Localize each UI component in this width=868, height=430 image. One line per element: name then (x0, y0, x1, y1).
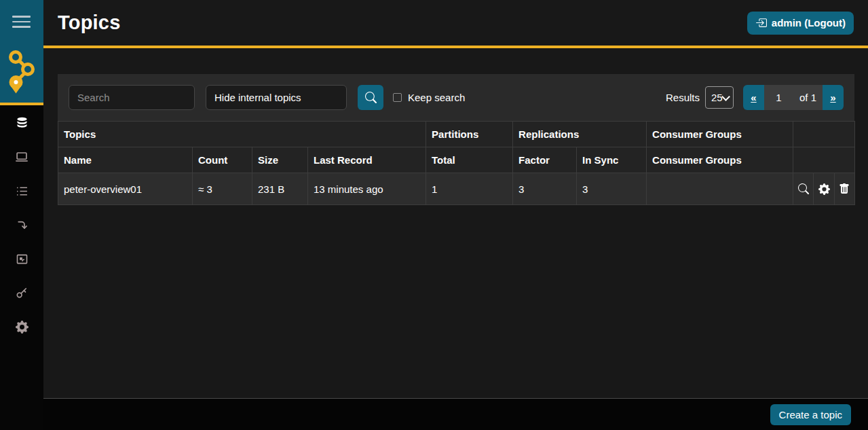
group-header-actions (793, 122, 855, 147)
sidebar-item-live-tail[interactable] (0, 208, 43, 242)
cell-partitions-total: 1 (426, 173, 513, 205)
cell-consumer-groups (647, 173, 793, 205)
pagination: « 1 of 1 » (743, 85, 844, 110)
sidebar-nav (0, 105, 43, 344)
footer: Create a topic (0, 398, 868, 430)
logout-button-label: admin (Logout) (772, 17, 846, 29)
table-column-header-row: Name Count Size Last Record Total Factor… (58, 147, 855, 173)
sidebar-brand-area (0, 0, 43, 105)
logout-button[interactable]: admin (Logout) (747, 12, 854, 35)
row-search-icon[interactable] (793, 173, 813, 204)
sidebar-item-nodes[interactable] (0, 140, 43, 174)
keep-search-checkbox[interactable] (393, 93, 402, 102)
col-header-count: Count (193, 147, 252, 173)
col-header-factor: Factor (513, 147, 577, 173)
table-group-header-row: Topics Partitions Replications Consumer … (58, 122, 855, 147)
page-title: Topics (58, 12, 121, 34)
row-delete-trash-icon[interactable] (834, 173, 854, 204)
topics-panel: Keep search Results 25 « 1 of 1 » (58, 74, 854, 205)
frame-image-icon (15, 252, 29, 266)
group-header-replications: Replications (513, 122, 647, 147)
pagination-total-label: of 1 (793, 85, 823, 110)
cell-topic-name: peter-overview01 (58, 173, 193, 205)
sidebar-item-consumer-groups[interactable] (0, 174, 43, 208)
group-header-topics: Topics (58, 122, 426, 147)
main-area: Topics admin (Logout) (43, 0, 868, 398)
pagination-current-page[interactable]: 1 (764, 85, 793, 110)
cell-last-record: 13 minutes ago (308, 173, 426, 205)
row-config-gear-icon[interactable] (813, 173, 833, 204)
pagination-next-button[interactable]: » (823, 85, 844, 110)
box-arrow-in-right-icon (755, 17, 767, 29)
pagination-pages: 1 of 1 (764, 85, 823, 110)
cell-actions (793, 173, 855, 205)
table-row[interactable]: peter-overview01 ≈ 3 231 B 13 minutes ag… (58, 173, 855, 205)
col-header-in-sync: In Sync (577, 147, 647, 173)
key-icon (15, 286, 29, 300)
results-label: Results (666, 92, 700, 103)
cell-size: 231 B (252, 173, 308, 205)
search-button[interactable] (358, 85, 383, 110)
sidebar-item-schema-registry[interactable] (0, 242, 43, 276)
keep-search-control: Keep search (393, 92, 465, 103)
list-icon (15, 184, 29, 198)
sidebar-item-topics[interactable] (0, 106, 43, 140)
group-header-consumer-groups: Consumer Groups (647, 122, 793, 147)
search-input[interactable] (69, 85, 195, 110)
col-header-size: Size (252, 147, 308, 173)
col-header-last-record: Last Record (308, 147, 426, 173)
col-header-consumer-groups: Consumer Groups (647, 147, 793, 173)
app-header: Topics admin (Logout) (43, 0, 868, 48)
pagination-prev-button[interactable]: « (743, 85, 764, 110)
page-size-select-wrap: 25 (705, 86, 734, 109)
sidebar-item-settings[interactable] (0, 310, 43, 344)
toolbar: Keep search Results 25 « 1 of 1 » (58, 74, 854, 121)
laptop-icon (14, 149, 29, 164)
cell-in-sync: 3 (577, 173, 647, 205)
topics-table: Topics Partitions Replications Consumer … (58, 121, 855, 205)
col-header-actions (793, 147, 855, 173)
arrow-curve-down-icon (15, 218, 29, 232)
gear-icon (16, 321, 29, 334)
cell-count: ≈ 3 (193, 173, 252, 205)
keep-search-label: Keep search (408, 92, 465, 103)
page-size-select[interactable]: 25 (705, 86, 734, 109)
search-icon (365, 92, 377, 103)
create-topic-button[interactable]: Create a topic (770, 404, 851, 425)
col-header-total: Total (426, 147, 513, 173)
sidebar (0, 0, 43, 430)
sidebar-item-acls[interactable] (0, 276, 43, 310)
database-icon (15, 116, 29, 130)
topic-filter-input[interactable] (206, 85, 347, 110)
akhq-logo[interactable] (5, 49, 39, 94)
group-header-partitions: Partitions (426, 122, 513, 147)
hamburger-icon[interactable] (12, 16, 31, 31)
cell-replication-factor: 3 (513, 173, 577, 205)
col-header-name: Name (58, 147, 193, 173)
